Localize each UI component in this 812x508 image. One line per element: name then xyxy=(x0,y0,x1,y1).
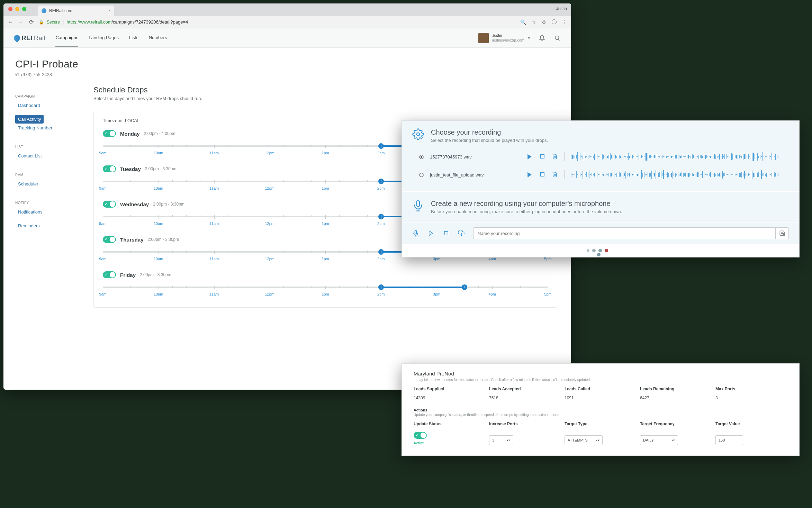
recording-name-input[interactable] xyxy=(473,228,775,239)
day-toggle[interactable]: ✓ xyxy=(103,130,116,137)
axis-label: 4pm xyxy=(489,292,496,296)
user-menu[interactable]: Justin justin@hoozip.com ▾ xyxy=(478,33,530,43)
dot[interactable] xyxy=(605,249,608,252)
record-icon[interactable] xyxy=(412,230,419,237)
play-icon[interactable] xyxy=(526,171,533,178)
forward-icon[interactable]: → xyxy=(18,19,24,25)
axis-label: 10am xyxy=(154,221,163,226)
dot[interactable] xyxy=(597,253,601,256)
sidebar-item[interactable]: Scheduler xyxy=(15,180,87,188)
axis-label: 1pm xyxy=(322,292,329,296)
primary-nav: Campaigns Landing Pages Lists Numbers xyxy=(55,29,167,47)
action-col-header: Update Status xyxy=(414,421,486,430)
minimize-window-icon[interactable] xyxy=(15,7,19,11)
target-value-input[interactable] xyxy=(715,435,743,445)
target-type-select[interactable]: ATTEMPTS▴▾ xyxy=(565,435,603,445)
download-icon[interactable] xyxy=(458,230,465,237)
user-email: justin@hoozip.com xyxy=(492,38,524,43)
sidebar-item[interactable]: Tracking Number xyxy=(15,124,87,132)
browser-tab[interactable]: REIRail.com × xyxy=(38,6,114,16)
status-toggle[interactable]: ✓ xyxy=(414,432,427,439)
day-toggle[interactable]: ✓ xyxy=(103,271,116,278)
axis-label: 10am xyxy=(154,292,163,296)
dot[interactable] xyxy=(592,249,596,252)
bell-icon[interactable] xyxy=(539,35,545,42)
sidebar-item[interactable]: Notifications xyxy=(15,208,87,216)
day-range: 2:00pm - 3:30pm xyxy=(153,202,184,207)
sidebar-group-title: RVM xyxy=(15,173,87,177)
stop-icon[interactable] xyxy=(539,153,545,160)
phone-number: (973) 755-2428 xyxy=(21,72,52,77)
chevron-down-icon: ▾ xyxy=(528,35,530,40)
app-header: REIRail Campaigns Landing Pages Lists Nu… xyxy=(3,28,571,48)
stat-value: 7518 xyxy=(489,396,561,400)
address-bar[interactable]: 🔒 Secure | https://www.reirail.com/campa… xyxy=(39,18,515,26)
svg-rect-7 xyxy=(417,201,420,207)
axis-label: 9am xyxy=(99,221,106,226)
tab-close-icon[interactable]: × xyxy=(108,8,111,13)
browser-tabstrip: REIRail.com × Justin xyxy=(3,3,571,16)
reload-icon[interactable]: ⟳ xyxy=(28,19,34,25)
trash-icon[interactable] xyxy=(552,153,558,160)
day-name: Tuesday xyxy=(120,166,141,172)
gear-icon xyxy=(412,128,424,140)
create-recording-title: Create a new recording using your comput… xyxy=(431,200,622,208)
axis-label: 11am xyxy=(209,257,219,261)
avatar xyxy=(478,33,489,43)
day-range: 2:00pm - 4:00pm xyxy=(144,131,175,136)
sidebar-item[interactable]: Reminders xyxy=(15,221,87,230)
search-icon[interactable] xyxy=(554,35,561,42)
axis-label: 12pm xyxy=(265,292,274,296)
nav-numbers[interactable]: Numbers xyxy=(149,29,167,47)
stop-icon[interactable] xyxy=(443,230,450,237)
nav-lists[interactable]: Lists xyxy=(129,29,138,47)
svg-point-2 xyxy=(417,133,420,136)
trash-icon[interactable] xyxy=(552,171,558,178)
menu-icon[interactable]: ⋮ xyxy=(562,19,567,25)
stat-col-header: Leads Called xyxy=(565,387,637,391)
star-icon[interactable]: ☆ xyxy=(532,19,536,25)
svg-rect-10 xyxy=(415,230,417,234)
day-toggle[interactable]: ✓ xyxy=(103,201,116,208)
action-col-header: Target Frequency xyxy=(640,421,712,430)
axis-label: 10am xyxy=(154,151,163,155)
recording-radio[interactable] xyxy=(419,155,424,159)
logo[interactable]: REIRail xyxy=(14,34,45,42)
stat-value: 1091 xyxy=(565,396,637,400)
account-icon[interactable] xyxy=(552,19,557,24)
nav-landing-pages[interactable]: Landing Pages xyxy=(89,29,119,47)
save-icon[interactable] xyxy=(775,228,788,239)
back-icon[interactable]: ← xyxy=(8,19,13,25)
dot[interactable] xyxy=(598,249,602,252)
nav-campaigns[interactable]: Campaigns xyxy=(55,29,78,47)
close-window-icon[interactable] xyxy=(8,7,12,11)
sidebar: CAMPAIGNDashboardCall ActivityTracking N… xyxy=(3,77,93,390)
waveform xyxy=(571,152,778,162)
dot[interactable] xyxy=(587,249,589,252)
stat-col-header: Max Ports xyxy=(715,387,787,391)
day-name: Thursday xyxy=(120,237,144,243)
play-icon[interactable] xyxy=(526,153,533,160)
ports-stepper[interactable]: 3▴▾ xyxy=(489,435,513,445)
browser-profile[interactable]: Justin xyxy=(556,6,567,11)
axis-label: 1pm xyxy=(322,186,329,190)
sidebar-item[interactable]: Dashboard xyxy=(15,101,87,110)
maximize-window-icon[interactable] xyxy=(22,7,26,11)
day-range: 2:00pm - 3:30pm xyxy=(145,166,177,171)
sidebar-item[interactable]: Contact List xyxy=(15,152,87,160)
status-label: Active xyxy=(414,441,486,445)
day-toggle[interactable]: ✓ xyxy=(103,165,116,172)
sidebar-item[interactable]: Call Activity xyxy=(15,115,44,124)
axis-label: 10am xyxy=(154,186,163,190)
search-in-page-icon[interactable]: 🔍 xyxy=(520,19,526,25)
play-icon[interactable] xyxy=(427,230,434,237)
choose-recording-title: Choose your recording xyxy=(431,128,548,136)
extension-icon[interactable]: ♻ xyxy=(542,19,546,25)
recording-radio[interactable] xyxy=(419,173,424,177)
choose-recording-subtitle: Select the recording that should be play… xyxy=(431,138,548,143)
day-toggle[interactable]: ✓ xyxy=(103,236,116,243)
stop-icon[interactable] xyxy=(539,171,545,178)
actions-hint: Update your campaign's status, or thrott… xyxy=(414,413,787,417)
axis-label: 12pm xyxy=(265,221,274,226)
target-frequency-select[interactable]: DAILY▴▾ xyxy=(640,435,678,445)
